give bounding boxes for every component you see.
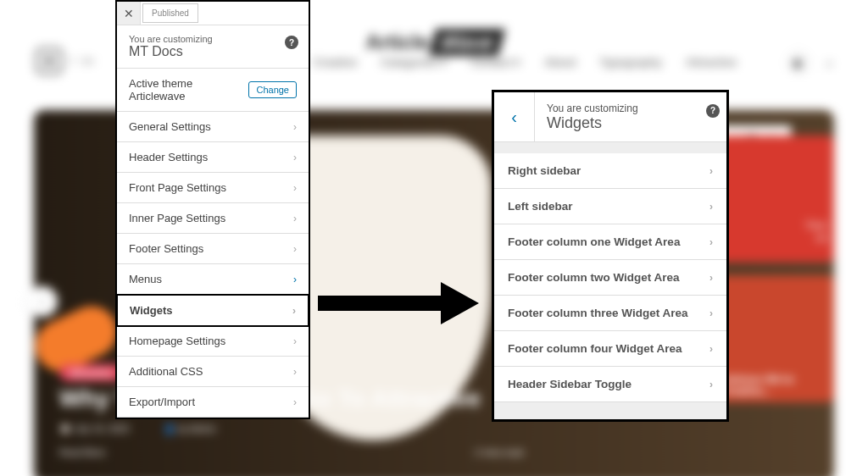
customizing-label: You are customizing — [547, 102, 715, 114]
widget-area-left-sidebar[interactable]: Left sidebar› — [494, 189, 726, 224]
post-author: 👤 by Admin — [164, 423, 216, 434]
publish-button[interactable]: Published — [142, 3, 198, 23]
chevron-right-icon: › — [709, 379, 713, 390]
settings-item-general[interactable]: General Settings› — [117, 112, 309, 142]
chevron-right-icon: › — [709, 236, 713, 248]
chevron-right-icon: › — [293, 213, 297, 224]
settings-item-label: Widgets — [130, 304, 172, 317]
widget-area-label: Footer column two Widget Area — [508, 271, 680, 284]
panel-title: Widgets — [547, 114, 715, 132]
chevron-right-icon: › — [293, 396, 297, 408]
widget-area-label: Footer column four Widget Area — [508, 342, 682, 355]
widget-area-footer-1[interactable]: Footer column one Widget Area› — [494, 224, 726, 260]
customizer-panel-main: ✕ Published You are customizing MT Docs … — [115, 0, 310, 419]
hamburger-icon[interactable] — [36, 47, 63, 75]
widget-area-label: Header Sidebar Toggle — [508, 378, 632, 390]
help-icon[interactable]: ? — [285, 36, 298, 49]
social-icon[interactable]: G+ — [82, 56, 95, 66]
settings-item-label: Homepage Settings — [129, 335, 225, 347]
close-icon[interactable]: ✕ — [117, 2, 141, 25]
site-name: MT Docs — [129, 44, 297, 59]
logo-text-b: Wave — [429, 29, 506, 56]
chevron-right-icon: › — [709, 343, 713, 355]
widget-area-footer-3[interactable]: Footer column three Widget Area› — [494, 296, 726, 331]
chevron-right-icon: › — [293, 152, 297, 163]
settings-item-label: Header Settings — [129, 151, 208, 163]
widget-area-label: Footer column one Widget Area — [508, 235, 680, 248]
settings-item-label: Inner Page Settings — [129, 212, 225, 224]
search-icon[interactable]: ⌕ — [826, 55, 834, 70]
settings-item-menus[interactable]: Menus› — [117, 264, 309, 295]
chevron-right-icon: › — [709, 165, 713, 177]
settings-item-innerpage[interactable]: Inner Page Settings› — [117, 203, 309, 234]
settings-item-css[interactable]: Additional CSS› — [117, 357, 309, 387]
settings-item-label: Export/Import — [129, 396, 195, 408]
read-more-link[interactable]: Read More — [59, 447, 105, 457]
chevron-right-icon: › — [293, 335, 297, 347]
help-icon[interactable]: ? — [706, 104, 720, 118]
active-theme-name: Articlewave — [129, 90, 192, 102]
nav-item[interactable]: About — [544, 56, 576, 69]
nav-item[interactable]: Creative — [314, 56, 357, 69]
chevron-right-icon: › — [709, 201, 713, 213]
settings-item-frontpage[interactable]: Front Page Settings› — [117, 173, 309, 203]
dark-mode-icon[interactable]: ◐ — [787, 51, 810, 75]
chevron-right-icon: › — [293, 243, 297, 255]
nav-item[interactable]: Attractive — [686, 56, 737, 69]
chevron-right-icon: › — [709, 307, 713, 319]
chevron-right-icon: › — [293, 274, 297, 285]
back-icon[interactable]: ‹ — [494, 92, 535, 141]
chevron-right-icon: › — [709, 272, 713, 284]
settings-item-label: Additional CSS — [129, 365, 203, 378]
flow-arrow-icon — [318, 278, 479, 329]
settings-item-homepage[interactable]: Homepage Settings› — [117, 326, 309, 357]
widget-area-header-toggle[interactable]: Header Sidebar Toggle› — [494, 367, 726, 402]
settings-item-label: General Settings — [129, 120, 211, 133]
chevron-right-icon: › — [293, 366, 297, 378]
settings-item-widgets[interactable]: Widgets› — [116, 294, 309, 327]
chevron-right-icon: › — [293, 182, 297, 194]
nav-item[interactable]: Contact ▾ — [470, 56, 520, 69]
customizer-panel-widgets: ‹ You are customizing Widgets ? Right si… — [492, 90, 729, 422]
settings-item-label: Menus — [129, 273, 162, 285]
settings-item-label: Front Page Settings — [129, 181, 226, 194]
prev-arrow-icon[interactable]: ‹ — [27, 286, 58, 317]
widget-area-right-sidebar[interactable]: Right sidebar› — [494, 153, 726, 189]
chevron-right-icon: › — [292, 305, 296, 317]
active-theme-label: Active theme — [129, 77, 192, 90]
widget-area-label: Right sidebar — [508, 164, 581, 177]
widget-area-footer-2[interactable]: Footer column two Widget Area› — [494, 260, 726, 296]
post-date: ⌚ July 19, 2023 — [59, 423, 130, 434]
settings-item-footer[interactable]: Footer Settings› — [117, 234, 309, 264]
change-theme-button[interactable]: Change — [248, 81, 297, 98]
widget-area-footer-4[interactable]: Footer column four Widget Area› — [494, 331, 726, 367]
nav-item[interactable]: Categories ▾ — [381, 56, 447, 69]
category-badge[interactable]: Attractive — [59, 364, 123, 381]
svg-marker-1 — [441, 282, 479, 324]
social-icon[interactable]: f — [71, 56, 74, 66]
settings-item-label: Footer Settings — [129, 242, 203, 255]
nav-item[interactable]: Typography — [600, 56, 662, 69]
read-time: 2 mins read — [475, 447, 523, 457]
widget-area-label: Footer column three Widget Area — [508, 307, 687, 319]
settings-item-export[interactable]: Export/Import› — [117, 387, 309, 418]
customizing-label: You are customizing — [129, 34, 297, 44]
logo-text-a: Article — [366, 30, 430, 54]
settings-item-header[interactable]: Header Settings› — [117, 142, 309, 173]
widget-area-label: Left sidebar — [508, 200, 573, 213]
site-logo: Article Wave — [366, 29, 503, 56]
chevron-right-icon: › — [293, 121, 297, 133]
